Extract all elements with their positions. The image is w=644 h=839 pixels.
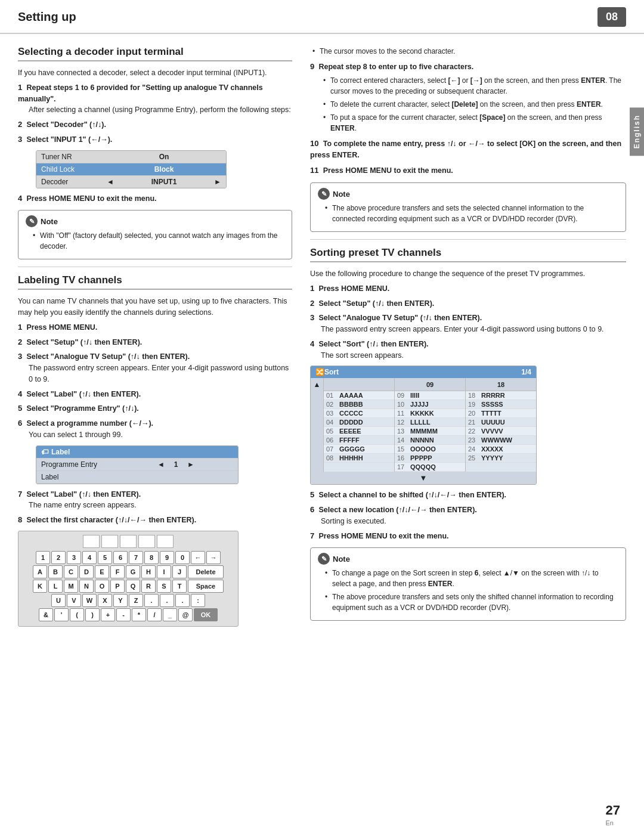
char-key-o[interactable]: O [95,580,109,593]
char-key-ok[interactable]: OK [194,608,218,621]
char-key-s[interactable]: S [157,580,171,593]
sort-ch-03: 03CCCCC [324,409,394,418]
sorting-step1-num: 1 [310,284,314,293]
sorting-step6-text: Select a new location (↑/↓/←/→ then ENTE… [318,506,476,514]
char-key-8[interactable]: 8 [144,551,159,564]
sort-header-icon: 🔀 [315,368,324,376]
menu-row-childlock: Child Lock Block [36,163,226,176]
labeling-step3-num: 3 [18,352,22,361]
char-key-lparen[interactable]: ( [70,608,84,621]
sort-col2: 09 09IIIII 10JJJJJ 11KKKKK 12LLLLL 13MMM… [395,378,466,472]
char-key-y[interactable]: Y [113,594,128,607]
sorting-step1-text: Press HOME MENU. [318,284,389,293]
sorting-step4-num: 4 [310,339,314,348]
decoder-step4-text: Press HOME MENU to exit the menu. [26,194,156,203]
char-key-colon[interactable]: : [191,594,205,607]
decoder-note-label: Note [41,217,58,226]
char-key-n[interactable]: N [79,580,94,593]
char-key-h[interactable]: H [141,565,156,578]
sorting-section-title: Sorting preset TV channels [310,247,626,262]
menu-row-tuner: Tuner NR On [36,151,226,163]
label-header-row: 🏷 Label [36,446,238,459]
char-key-minus[interactable]: - [116,608,131,621]
sorting-step6-num: 6 [310,505,314,514]
char-key-apos[interactable]: ' [54,608,69,621]
char-key-j[interactable]: J [172,565,187,578]
sort-ch-06: 06FFFFF [324,436,394,445]
char-key-x[interactable]: X [98,594,112,607]
labeling-step3-text: Select "Analogue TV Setup" (↑/↓ then ENT… [26,352,190,361]
char-key-e[interactable]: E [95,565,109,578]
char-key-k[interactable]: K [33,580,47,593]
char-key-m[interactable]: M [64,580,78,593]
labeling-step4-text: Select "Label" (↑/↓ then ENTER). [26,390,141,398]
sort-ch-23: 23WWWWW [466,436,536,445]
labeling-step4-num: 4 [18,389,22,398]
decoder-menu-box: Tuner NR On Child Lock Block Decoder ◄ I… [36,150,227,188]
sort-ch-20: 20TTTTT [466,409,536,418]
char-key-rparen[interactable]: ) [85,608,100,621]
sort-ch-14: 14NNNNN [395,436,465,445]
labeling-step1-text: Press HOME MENU. [26,323,97,332]
labeling-step8-text: Select the first character (↑/↓/←/→ then… [26,516,196,524]
char-key-fwd[interactable]: → [206,551,221,564]
char-key-2[interactable]: 2 [51,551,66,564]
char-key-a[interactable]: A [33,565,47,578]
sort-ch-09: 09IIIII [395,391,465,400]
char-key-back[interactable]: ← [191,551,205,564]
char-key-dot3[interactable]: . [175,594,190,607]
char-key-z[interactable]: Z [129,594,143,607]
char-cell-4 [138,535,155,548]
char-key-under[interactable]: _ [163,608,177,621]
sorting-step2: 2 Select "Setup" (↑/↓ then ENTER). [310,298,626,309]
sorting-step7-text: Press HOME MENU to exit the menu. [318,532,448,540]
sorting-note-title: ✎ Note [318,553,618,565]
char-key-plus[interactable]: + [101,608,115,621]
char-key-u[interactable]: U [51,594,66,607]
char-display-row [22,535,234,548]
char-key-r[interactable]: R [141,580,156,593]
char-key-6[interactable]: 6 [113,551,128,564]
char-key-amp[interactable]: & [39,608,53,621]
sorting-step5-text: Select a channel to be shifted (↑/↓/←/→ … [318,491,506,499]
char-key-0[interactable]: 0 [175,551,190,564]
decoder-section: Selecting a decoder input terminal If yo… [18,46,292,259]
char-key-7[interactable]: 7 [129,551,143,564]
sorting-step5-num: 5 [310,490,314,499]
right-step10-text: To complete the name entry, press ↑/↓ or… [310,140,621,159]
char-key-c[interactable]: C [64,565,78,578]
char-key-q[interactable]: Q [126,580,140,593]
char-key-delete[interactable]: Delete [188,565,224,578]
char-key-i[interactable]: I [157,565,171,578]
right-note-icon: ✎ [318,188,330,200]
char-key-w[interactable]: W [82,594,97,607]
char-key-d[interactable]: D [79,565,94,578]
char-key-5[interactable]: 5 [98,551,112,564]
char-key-space[interactable]: Space [188,580,224,593]
char-key-4[interactable]: 4 [82,551,97,564]
char-key-g[interactable]: G [126,565,140,578]
right-step9: 9 Repeat step 8 to enter up to five char… [310,61,626,134]
char-key-b[interactable]: B [48,565,63,578]
char-key-1[interactable]: 1 [36,551,50,564]
char-key-star[interactable]: * [132,608,146,621]
sort-col1-header [324,378,394,391]
char-cell-3 [120,535,137,548]
char-key-dot2[interactable]: . [160,594,174,607]
char-key-p[interactable]: P [110,580,125,593]
page-bottom-num: 27 [606,803,620,818]
char-key-3[interactable]: 3 [67,551,81,564]
char-key-f[interactable]: F [110,565,125,578]
char-key-slash[interactable]: / [147,608,162,621]
right-step9-bullets: To correct entered characters, select [←… [321,75,626,134]
char-key-at[interactable]: @ [178,608,193,621]
decoder-step1: 1 Repeat steps 1 to 6 provided for "Sett… [18,82,292,116]
decoder-intro: If you have connected a decoder, select … [18,67,292,79]
char-key-v[interactable]: V [67,594,81,607]
char-key-9[interactable]: 9 [160,551,174,564]
char-key-t[interactable]: T [172,580,187,593]
char-key-l[interactable]: L [48,580,63,593]
char-cell-2 [101,535,118,548]
menu-row-decoder: Decoder ◄ INPUT1 ► [36,176,226,188]
char-key-dot1[interactable]: . [144,594,159,607]
